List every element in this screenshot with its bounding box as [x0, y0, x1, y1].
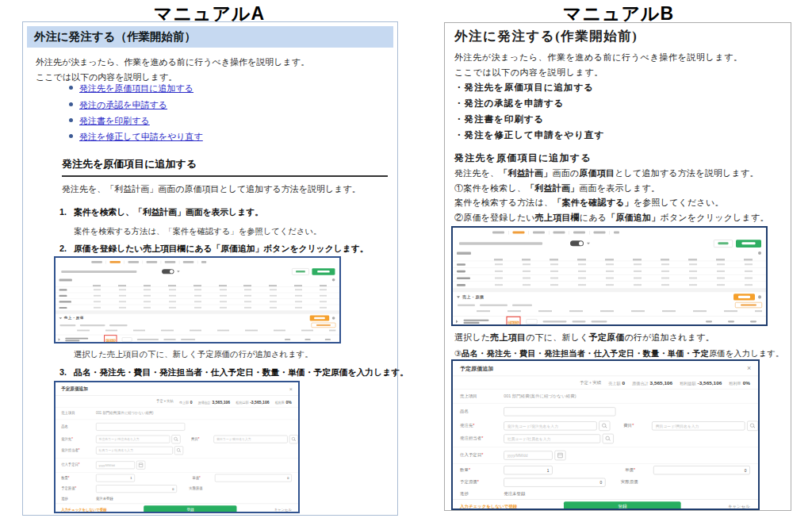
manual-b-intro-1: 外注先が決まったら、作業を進める前に行うべき操作を説明します。: [454, 52, 787, 63]
mini-tab: [573, 232, 585, 234]
stats-mode: 予定＋実績: [580, 380, 601, 386]
mini-green-button: [736, 240, 761, 248]
orderer-label: 発注担当者*: [56, 448, 96, 454]
mini-tab: [201, 261, 206, 263]
toggle-switch: [570, 240, 584, 246]
add-cost-button: 原価追加: [508, 321, 519, 324]
search-icon: [747, 421, 758, 431]
text-segment: を参照してください。: [634, 198, 724, 207]
status-row: 進捗 発注未登録: [453, 489, 758, 500]
sales-amount-label: 売上額: [608, 382, 620, 386]
toggle-switch: [162, 269, 174, 274]
summary-label-placeholder: [59, 278, 72, 281]
blur-bar: [475, 284, 762, 286]
chevron-right-icon: [59, 338, 60, 341]
mini-tab: [614, 232, 619, 234]
step-1: 1.案件を検索し、「利益計画」画面を表示します。: [59, 207, 393, 218]
text-segment: 売上項目欄: [535, 213, 580, 222]
toc-link-redo-request[interactable]: 発注を修正して申請をやり直す: [79, 132, 203, 141]
text-segment: 予定原価: [589, 332, 625, 342]
step-number: 1.: [59, 207, 67, 218]
text-segment: 「案件を確認する」: [553, 198, 634, 207]
blur-bar: [529, 231, 530, 235]
text-segment: 原価項目: [579, 168, 615, 178]
search-icon: [171, 435, 180, 443]
highlight-red-box: 原価追加: [104, 335, 117, 344]
summary-table-row: [453, 267, 766, 274]
blur-bar: [59, 324, 75, 326]
blur-bar: [610, 231, 611, 235]
cost-total-value: 3,565,106: [212, 400, 230, 405]
mini-tab: [533, 232, 545, 234]
bullet-icon: [69, 86, 73, 90]
toc-item: ・発注書を印刷する: [454, 113, 544, 125]
dialog-stats-row: 予定＋実績 売上額0 原価合計3,565,106 粗利益額-3,565,106 …: [56, 396, 298, 408]
blur-bar: [314, 317, 325, 320]
dialog-footer: 入力チェックをしないで登録 登録 キャンセル: [453, 499, 758, 510]
mini-orange-button: [733, 294, 755, 300]
mini-orange-outline-button: [735, 302, 762, 308]
screenshot-profit-plan: 売上・原価 原価追加: [451, 226, 768, 326]
step-1-line: ①案件を検索し、「利益計画」画面を表示します。: [454, 182, 789, 194]
orderer-label: 発注担当者*: [453, 436, 504, 441]
blur-bar: [480, 304, 508, 306]
mini-chip: [527, 319, 538, 324]
search-icon: [174, 446, 183, 455]
step-3-line: ③品名・発注先・費目・発注担当者・仕入予定日・数量・単価・予定原価を入力します。: [454, 348, 789, 359]
add-cost-button: 原価追加: [105, 340, 116, 342]
purchase-date-row: 仕入予定日* yyyy/MM/dd: [56, 458, 298, 472]
text-segment: ③: [454, 349, 462, 358]
unit-price-input: 0: [215, 474, 292, 482]
toc-link-print-order[interactable]: 発注書を印刷する: [79, 116, 150, 125]
expense-input: 費目コード/費目名を入力: [652, 421, 745, 430]
step-2: 2.原価を登録したい売上項目欄にある「原価追加」ボタンをクリックします。: [59, 244, 393, 255]
screenshot-cost-dialog: 予定原価追加 × 予定＋実績 売上額0 原価合計3,565,106 粗利益額-3…: [451, 359, 760, 510]
blur-bar: [65, 338, 88, 340]
blur-bar: [316, 324, 331, 326]
orderer-row: 発注担当者* 社員コード/社員名を入力: [453, 432, 758, 445]
bullet-icon: [69, 118, 73, 122]
text-segment: 選択した: [454, 332, 490, 342]
quantity-label: 数量*: [56, 475, 96, 481]
calendar-icon: [136, 461, 145, 470]
step-2-line: ②原価を登録したい売上項目欄にある「原価追加」ボタンをクリックします。: [454, 212, 789, 224]
purchase-date-label: 仕入予定日*: [56, 463, 96, 468]
mini-outline-button: [292, 268, 309, 274]
status-label: 進捗: [453, 491, 504, 497]
supplier-row: 発注先* 発注先コード/発注先名を入力 費目* 費目コード/費目名を入力: [56, 434, 298, 445]
profit-plan-screenshot: 売上・原価 原価追加: [453, 228, 766, 324]
blur-bar: [317, 271, 329, 273]
orderer-input: 社員コード/社員名を入力: [96, 447, 173, 455]
blur-bar: [464, 320, 489, 321]
supplier-input: 発注先コード/発注先名を入力: [504, 421, 596, 430]
quantity-row: 数量* 1 単価* 0: [453, 463, 758, 477]
summary-table-row: [453, 274, 766, 282]
blur-bar: [59, 289, 67, 290]
section-heading: 発注先を原価項目に追加する: [62, 157, 388, 177]
mini-tab: [165, 261, 176, 263]
gross-profit-value: -3,565,106: [698, 381, 722, 386]
sales-item-row: 売上項目 001 部門経費(案件に紐づかない経費): [453, 390, 758, 404]
search-icon: [603, 434, 614, 443]
blur-bar: [325, 339, 331, 340]
toc-link-add-supplier[interactable]: 発注先を原価項目に追加する: [79, 83, 193, 93]
text-segment: 発注先を、: [454, 168, 499, 178]
expense-label: 費目*: [623, 423, 652, 428]
search-icon: [289, 435, 298, 443]
blur-bar: [285, 339, 290, 340]
blur-bar: [589, 231, 590, 235]
purchase-date-input: yyyy/MM/dd: [96, 461, 135, 469]
summary-section-header: [56, 277, 339, 283]
blur-bar: [718, 242, 729, 244]
profit-rate-value: 0%: [285, 400, 291, 405]
toc-link-request-approval[interactable]: 発注の承認を申請する: [79, 100, 167, 109]
mini-tab: [553, 232, 565, 234]
mini-orange-button: [310, 315, 329, 320]
mini-green-button: [312, 268, 335, 274]
text-segment: 原価を入力します。: [709, 349, 783, 358]
gear-icon: [758, 295, 761, 298]
planned-cost-input: 0: [96, 485, 177, 493]
blur-bar: [512, 304, 532, 306]
toc-item: ・発注の承認を申請する: [454, 98, 565, 109]
submit-button: 登録: [564, 501, 681, 510]
